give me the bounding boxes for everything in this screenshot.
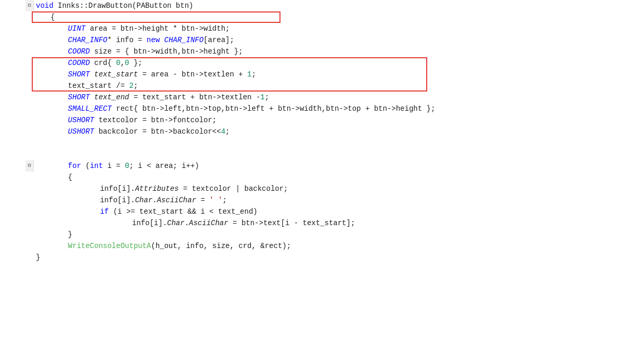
code-line [0,137,625,149]
code-line: ⊟ for (int i = 0; i < area; i++) [0,160,625,172]
code-text: WriteConsoleOutputA(h_out, info, size, c… [48,240,625,252]
code-text: info[i].Attributes = textcolor | backcol… [63,183,625,194]
code-line: UINT area = btn->height * btn->width; [0,23,625,34]
code-text: SMALL_RECT rect{ btn->left,btn->top,btn-… [48,103,625,114]
code-text: } [48,229,625,240]
code-text: SHORT text_end = text_start + btn->textl… [48,92,625,103]
code-line: info[i].Char.AsciiChar = ' '; [0,194,625,206]
code-line: WriteConsoleOutputA(h_out, info, size, c… [0,240,625,252]
code-line: ⊟ void Innks::DrawButton(PAButton btn) [0,0,625,11]
code-line: info[i].Attributes = textcolor | backcol… [0,183,625,194]
code-line: info[i].Char.AsciiChar = btn->text[i - t… [0,217,625,229]
code-text: UINT area = btn->height * btn->width; [48,23,625,34]
code-line: { [0,11,625,23]
code-text: { [48,172,625,183]
code-line: COORD crd{ 0,0 }; [0,57,625,69]
code-text [48,149,625,160]
code-line: SHORT text_start = area - btn->textlen +… [0,69,625,80]
code-text: if (i >= text_start && i < text_end) [63,206,625,217]
code-text: void Innks::DrawButton(PAButton btn) [34,0,625,11]
code-text: SHORT text_start = area - btn->textlen +… [48,69,625,80]
fold-marker[interactable]: ⊟ [25,160,34,172]
code-text: { [48,11,625,23]
code-text: CHAR_INFO* info = new CHAR_INFO[area]; [48,34,625,46]
code-line: if (i >= text_start && i < text_end) [0,206,625,217]
code-line: CHAR_INFO* info = new CHAR_INFO[area]; [0,34,625,46]
code-text [48,137,625,149]
code-line: } [0,252,625,263]
code-text: } [34,252,625,263]
code-editor: ⊟ void Innks::DrawButton(PAButton btn) {… [0,0,625,364]
code-text: text_start /= 2; [48,80,625,92]
code-text: COORD size = { btn->width,btn->height }; [48,46,625,57]
code-line: SMALL_RECT rect{ btn->left,btn->top,btn-… [0,103,625,114]
code-text: COORD crd{ 0,0 }; [48,57,625,69]
code-line: } [0,229,625,240]
code-text: for (int i = 0; i < area; i++) [48,160,625,172]
code-line: text_start /= 2; [0,80,625,92]
code-line: COORD size = { btn->width,btn->height }; [0,46,625,57]
code-text: USHORT textcolor = btn->fontcolor; [48,114,625,126]
code-line [0,149,625,160]
code-text: USHORT backcolor = btn->backcolor<<4; [48,126,625,137]
code-line: SHORT text_end = text_start + btn->textl… [0,92,625,103]
code-line: USHORT textcolor = btn->fontcolor; [0,114,625,126]
code-area: ⊟ void Innks::DrawButton(PAButton btn) {… [0,0,625,263]
code-text: info[i].Char.AsciiChar = btn->text[i - t… [78,217,625,229]
code-line: { [0,172,625,183]
code-text: info[i].Char.AsciiChar = ' '; [63,194,625,206]
code-line: USHORT backcolor = btn->backcolor<<4; [0,126,625,137]
fold-marker[interactable]: ⊟ [25,0,34,11]
